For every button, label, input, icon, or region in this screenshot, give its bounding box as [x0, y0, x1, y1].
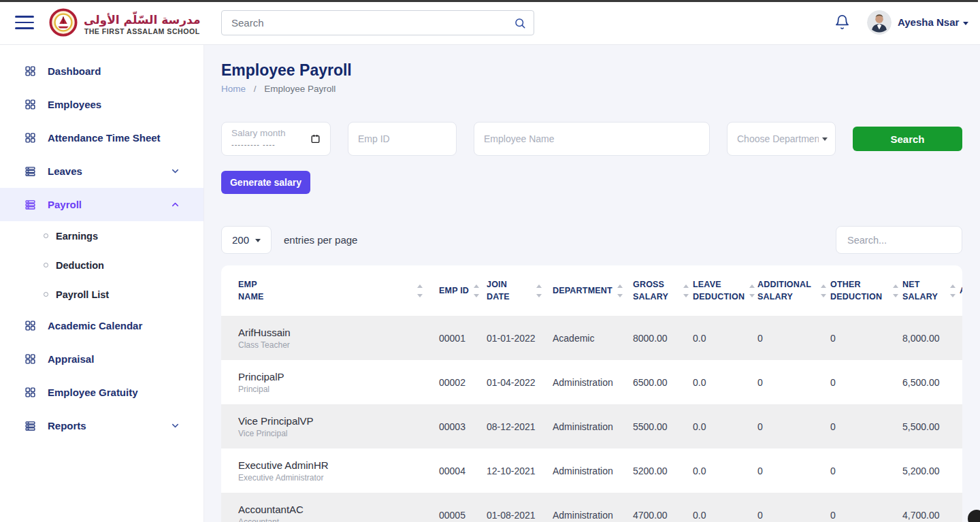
page-title: Employee Payroll [221, 61, 962, 80]
sort-icon [417, 284, 423, 297]
sidebar-item-academic-calendar[interactable]: Academic Calendar [0, 309, 203, 342]
cell-department: Administration [553, 448, 633, 493]
employee-name-input[interactable] [474, 122, 710, 156]
user-menu[interactable]: Ayesha Nsar [898, 16, 968, 28]
sidebar-item-employee-gratuity[interactable]: Employee Gratuity [0, 376, 203, 409]
cell-join-date: 08-12-2021 [487, 404, 553, 448]
sidebar-item-appraisal[interactable]: Appraisal [0, 342, 203, 376]
grid-icon [24, 353, 37, 365]
cell-gross-salary: 6500.00 [633, 360, 693, 404]
grid-icon [24, 99, 37, 110]
table-row: AccountantACAccountant0000501-08-2021Adm… [221, 493, 962, 522]
breadcrumb: Home / Employee Payroll [221, 84, 962, 94]
cell-emp-id: 00001 [439, 316, 487, 360]
main-content: Employee Payroll Home / Employee Payroll… [204, 45, 980, 522]
column-label: OTHER DEDUCTION [830, 278, 888, 303]
sidebar-item-label: Payroll [48, 199, 82, 210]
sort-icon [474, 284, 479, 297]
cell-department: Administration [553, 404, 633, 448]
school-emblem-icon [49, 8, 78, 39]
sidebar-item-payroll[interactable]: Payroll [0, 188, 203, 221]
cell-emp-id: 00002 [439, 360, 487, 404]
sidebar-item-leaves[interactable]: Leaves [0, 154, 203, 188]
sidebar-item-attendance-time-sheet[interactable]: Attendance Time Sheet [0, 121, 203, 154]
sidebar-subitem-label: Payroll List [56, 289, 109, 300]
column-label: ACTION [960, 284, 962, 297]
list-rows-icon [24, 165, 37, 177]
cell-gross-salary: 8000.00 [633, 316, 693, 360]
global-search-input[interactable] [221, 10, 534, 35]
salary-month-input[interactable]: Salary month --------- ---- [221, 122, 331, 156]
employee-designation: Class Teacher [238, 340, 435, 350]
cell-leave-deduction: 0.0 [693, 360, 757, 404]
chevron-down-icon [170, 421, 180, 431]
user-avatar[interactable] [867, 10, 892, 35]
employee-name: ArifHussain [238, 327, 435, 338]
column-label: GROSS SALARY [633, 278, 679, 303]
calendar-icon[interactable] [310, 133, 321, 155]
cell-leave-deduction: 0.0 [693, 404, 757, 448]
cell-department: Academic [553, 316, 633, 360]
notification-bell-icon[interactable] [834, 14, 850, 33]
sidebar-item-label: Appraisal [48, 353, 94, 365]
sidebar-item-dashboard[interactable]: Dashboard [0, 54, 203, 88]
column-header-department[interactable]: DEPARTMENT [553, 265, 633, 316]
grid-icon [24, 65, 37, 77]
sort-icon [617, 284, 623, 297]
sort-icon [683, 284, 689, 297]
breadcrumb-home-link[interactable]: Home [221, 84, 246, 94]
column-header-additional-salary[interactable]: ADDITIONAL SALARY [757, 265, 830, 316]
user-name-label: Ayesha Nsar [898, 16, 959, 28]
cell-emp-name: PrincipalPPrincipal [221, 360, 439, 404]
cell-leave-deduction: 0.0 [693, 493, 757, 522]
sidebar-subitem-earnings[interactable]: Earnings [0, 221, 203, 250]
cell-other-deduction: 0 [830, 360, 902, 404]
column-label: NET SALARY [902, 278, 945, 303]
list-rows-icon [24, 420, 37, 431]
hamburger-menu-icon[interactable] [15, 16, 34, 29]
column-label: LEAVE DEDUCTION [693, 278, 745, 303]
column-header-emp-name[interactable]: EMP NAME [221, 265, 439, 316]
generate-salary-button[interactable]: Generate salary [221, 171, 310, 194]
table-row: PrincipalPPrincipal0000201-04-2022Admini… [221, 360, 962, 404]
cell-emp-name: Executive AdminHRExecutive Administrator [221, 448, 439, 493]
sidebar: DashboardEmployeesAttendance Time SheetL… [0, 45, 204, 522]
department-select[interactable]: Choose Department [727, 122, 836, 156]
sidebar-item-label: Attendance Time Sheet [48, 132, 161, 144]
sidebar-subitem-deduction[interactable]: Deduction [0, 250, 203, 280]
sort-icon [821, 284, 826, 297]
emp-id-input[interactable] [348, 122, 457, 156]
table-row: Vice PrincipalVPVice Principal0000308-12… [221, 404, 962, 448]
column-header-gross-salary[interactable]: GROSS SALARY [633, 265, 693, 316]
cell-action [960, 316, 962, 360]
employee-designation: Vice Principal [238, 429, 435, 438]
employee-designation: Executive Administrator [238, 473, 435, 483]
cell-additional-salary: 0 [757, 493, 830, 522]
app-header: مدرسة السّلّم الأولى THE FIRST ASSALAM S… [0, 0, 980, 45]
sidebar-item-reports[interactable]: Reports [0, 409, 203, 442]
column-header-leave-deduction[interactable]: LEAVE DEDUCTION [693, 265, 757, 316]
chevron-up-icon [170, 199, 180, 210]
sidebar-subitem-payroll-list[interactable]: Payroll List [0, 280, 203, 309]
chevron-down-icon [822, 137, 828, 141]
search-icon[interactable] [514, 17, 526, 32]
sidebar-item-label: Academic Calendar [48, 320, 142, 331]
entries-per-page-select[interactable]: 200 [221, 226, 272, 254]
employee-name: PrincipalP [238, 371, 435, 382]
column-label: JOIN DATE [487, 278, 518, 303]
table-search-input[interactable] [836, 226, 962, 254]
cell-additional-salary: 0 [757, 448, 830, 493]
column-header-other-deduction[interactable]: OTHER DEDUCTION [830, 265, 902, 316]
chevron-down-icon [170, 166, 180, 176]
cell-leave-deduction: 0.0 [693, 316, 757, 360]
cell-action [960, 404, 962, 448]
sidebar-item-label: Reports [48, 420, 86, 431]
column-header-action: ACTION [960, 265, 962, 316]
column-header-emp-id[interactable]: EMP ID [439, 265, 487, 316]
column-header-join-date[interactable]: JOIN DATE [487, 265, 553, 316]
cell-other-deduction: 0 [830, 448, 902, 493]
school-logo[interactable]: مدرسة السّلّم الأولى THE FIRST ASSALAM S… [49, 8, 200, 39]
column-header-net-salary[interactable]: NET SALARY [902, 265, 960, 316]
search-button[interactable]: Search [853, 127, 962, 151]
sidebar-item-employees[interactable]: Employees [0, 88, 203, 121]
